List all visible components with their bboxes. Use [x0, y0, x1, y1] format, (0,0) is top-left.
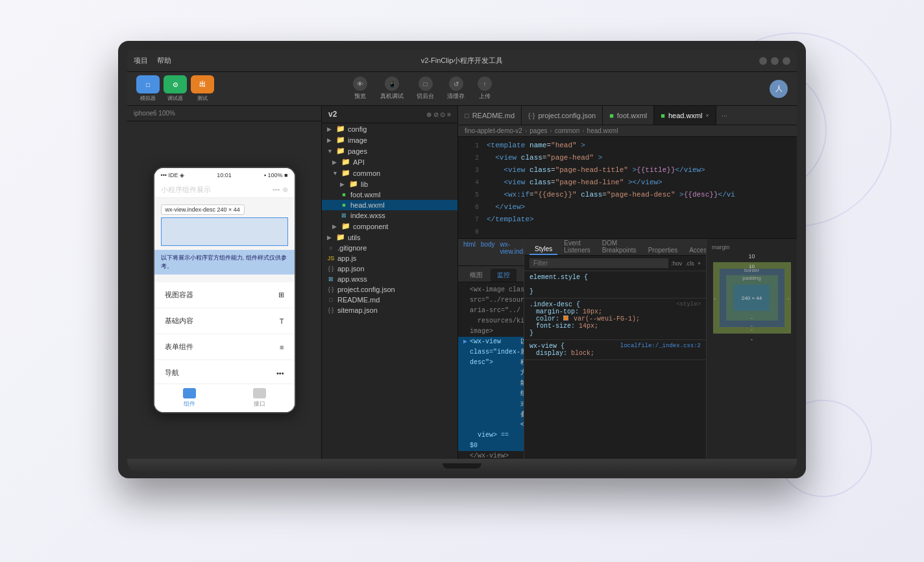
element-tag-html[interactable]: html: [463, 241, 476, 263]
element-tooltip: wx-view.index-desc 240 × 44: [161, 204, 245, 215]
expand-icon: ▶: [332, 223, 339, 230]
test-button[interactable]: 出: [191, 75, 214, 93]
tree-item-component[interactable]: ▶ 📁 component: [322, 221, 457, 232]
phone-titlebar: 小程序组件展示 ••• ⊕: [154, 182, 295, 198]
tree-item-lib[interactable]: ▶ 📁 lib: [322, 178, 457, 189]
breadcrumb-part-1: fino-applet-demo-v2: [465, 127, 522, 134]
nav-icon-3: ≡: [280, 343, 284, 351]
tree-item-sitemap[interactable]: {·} sitemap.json: [322, 305, 457, 315]
tree-item-utils[interactable]: ▶ 📁 utils: [322, 232, 457, 243]
toolbar: □ 模拟器 ⊙ 调试器 出 测试: [127, 72, 797, 106]
menu-item-help[interactable]: 帮助: [157, 56, 171, 66]
filetree-header: v2 ⊕ ⊘ ⊙ ≡: [322, 106, 457, 123]
styles-prop-color: color: var(--weui-FG-1);: [529, 315, 701, 323]
tree-item-readme[interactable]: □ README.md: [322, 295, 457, 305]
phone-nav-item-3[interactable]: 表单组件 ≡: [154, 334, 295, 360]
tab-project-label: project.config.json: [538, 112, 596, 119]
html-tab-inspector[interactable]: 概图: [463, 269, 489, 282]
test-label: 测试: [197, 95, 208, 102]
laptop-body: 项目 帮助 v2-FinClip小程序开发工具 □: [118, 41, 806, 478]
html-tab-dom[interactable]: 监控: [491, 269, 517, 282]
tab-foot-wxml[interactable]: ■ foot.wxml: [603, 106, 654, 125]
upload-action[interactable]: ↑ 上传: [478, 77, 492, 101]
tree-item-label: API: [353, 158, 365, 166]
tab-project-config[interactable]: {·} project.config.json: [522, 106, 603, 125]
styles-source-1: <style>: [676, 301, 701, 308]
styles-element-body: [529, 281, 701, 288]
phone-nav-item-1[interactable]: 视图容器 ⊞: [154, 282, 295, 308]
phone-title-actions: ••• ⊕: [273, 186, 288, 194]
debug-button[interactable]: ⊙: [164, 75, 187, 93]
styles-tab-dom-break[interactable]: DOM Breakpoints: [597, 238, 642, 255]
tree-item-head-wxml[interactable]: ■ head.wxml: [322, 200, 457, 210]
tree-item-config[interactable]: ▶ 📁 config: [322, 123, 457, 134]
styles-prop-fontsize: font-size: 14px;: [529, 323, 701, 330]
menu-item-project[interactable]: 项目: [134, 56, 148, 66]
tree-item-gitignore[interactable]: ○ .gitignore: [322, 243, 457, 253]
laptop-screen: 项目 帮助 v2-FinClip小程序开发工具 □: [127, 50, 797, 459]
element-tag-index[interactable]: wx-view.index: [500, 241, 524, 263]
clear-cache-action[interactable]: ↺ 清缓存: [447, 77, 465, 101]
html-line-4: view> == $0: [458, 430, 524, 451]
folder-icon: 📁: [336, 125, 345, 133]
mobile-debug-action[interactable]: 📱 真机调试: [380, 77, 404, 101]
tree-item-label: lib: [361, 180, 368, 188]
tree-item-label: head.wxml: [350, 201, 385, 209]
phone-nav-item-4[interactable]: 导航 •••: [154, 360, 295, 384]
simulate-button[interactable]: □: [136, 75, 160, 93]
user-avatar[interactable]: 人: [770, 80, 788, 98]
upload-label: 上传: [479, 92, 491, 101]
clear-cache-icon: ↺: [449, 77, 463, 91]
nav-icon-4: •••: [276, 369, 284, 377]
tree-item-common[interactable]: ▼ 📁 common: [322, 167, 457, 178]
styles-filter: :hov .cls +: [524, 256, 706, 271]
tree-item-app-js[interactable]: JS app.js: [322, 253, 457, 263]
preview-icon: 👁: [353, 77, 367, 91]
styles-index-desc-section: .index-desc { <style> margin-top: 10px;: [524, 299, 706, 340]
tree-item-project-config[interactable]: {·} project.config.json: [322, 284, 457, 295]
tab-more[interactable]: ···: [716, 112, 733, 119]
tab-foot-label: foot.wxml: [617, 112, 647, 119]
styles-filter-input[interactable]: [529, 258, 668, 268]
preview-action[interactable]: 👁 预览: [353, 77, 367, 101]
html-code-content: <wx-image class="index-logo" src="../res…: [458, 282, 524, 459]
expand-icon: ▼: [332, 170, 339, 177]
tree-item-api[interactable]: ▶ 📁 API: [322, 156, 457, 167]
tab-readme[interactable]: □ README.md: [458, 106, 522, 125]
phone-nav-item-2[interactable]: 基础内容 T: [154, 308, 295, 334]
minimize-btn[interactable]: [759, 57, 767, 65]
cut-tail-action[interactable]: □ 切后台: [417, 77, 434, 101]
breadcrumb-sep-2: ›: [550, 127, 552, 134]
code-line-1: 1 <template name="head" >: [458, 140, 797, 152]
styles-tab-event[interactable]: Event Listeners: [559, 238, 596, 255]
toolbar-right: 人: [770, 80, 788, 98]
element-tag-body[interactable]: body: [481, 241, 495, 263]
styles-tab-styles[interactable]: Styles: [529, 244, 557, 255]
toolbar-mode-buttons: □ 模拟器 ⊙ 调试器 出 测试: [136, 75, 214, 102]
menu-bar: 项目 帮助: [134, 56, 171, 66]
breadcrumb: fino-applet-demo-v2 › pages › common › h…: [458, 125, 797, 137]
editor-tabs: □ README.md {·} project.config.json ■ fo…: [458, 106, 797, 125]
tab-project-icon: {·}: [528, 112, 535, 119]
phone-bottom-interface[interactable]: 接口: [225, 388, 295, 408]
styles-tab-properties[interactable]: Properties: [643, 245, 683, 255]
tree-item-image[interactable]: ▶ 📁 image: [322, 134, 457, 145]
tree-item-pages[interactable]: ▼ 📁 pages: [322, 145, 457, 156]
tree-item-foot-wxml[interactable]: ■ foot.wxml: [322, 189, 457, 200]
tab-head-wxml[interactable]: ■ head.wxml ×: [654, 106, 716, 125]
maximize-btn[interactable]: [771, 57, 779, 65]
phone-bottom-components[interactable]: 组件: [154, 388, 225, 408]
components-label: 组件: [184, 400, 195, 408]
tree-item-index-wxss[interactable]: ⊠ index.wxss: [322, 210, 457, 221]
code-editor[interactable]: 1 <template name="head" > 2: [458, 137, 797, 238]
tab-close-icon[interactable]: ×: [706, 112, 709, 119]
nav-label-1: 视图容器: [165, 290, 193, 300]
styles-element-close: }: [529, 288, 701, 295]
close-btn[interactable]: [783, 57, 790, 65]
filetree-actions: ⊕ ⊘ ⊙ ≡: [426, 111, 451, 118]
tree-item-label: component: [353, 223, 388, 230]
tree-item-label: .gitignore: [337, 244, 367, 252]
tree-item-app-json[interactable]: {·} app.json: [322, 263, 457, 274]
tree-item-app-wxss[interactable]: ⊠ app.wxss: [322, 274, 457, 284]
expand-icon: ▼: [327, 148, 334, 154]
